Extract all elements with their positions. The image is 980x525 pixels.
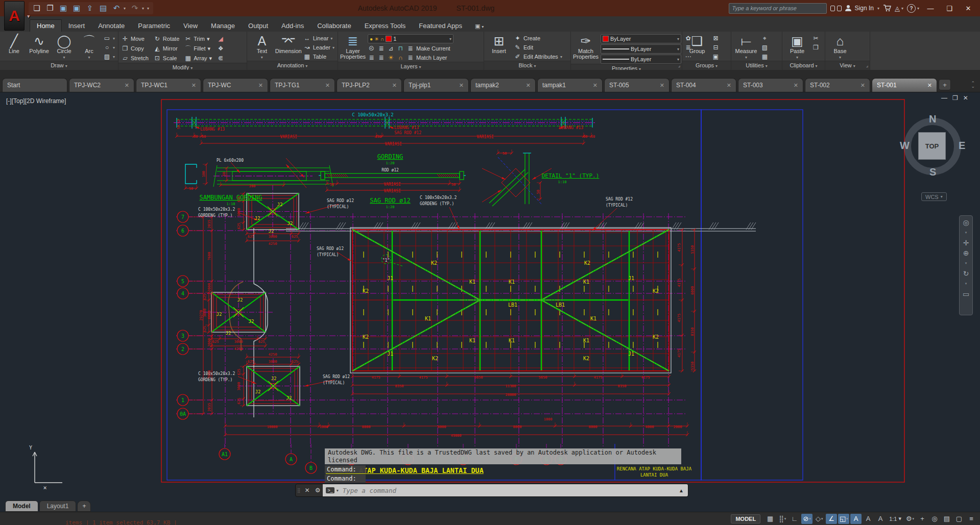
search-input[interactable]: Type a keyword or phrase (729, 3, 827, 14)
ribbon-⌖-button[interactable]: ⌖ (761, 34, 769, 42)
file-tab-close-icon[interactable]: ✕ (459, 82, 464, 89)
ribbon-insert-button[interactable]: ⊞Insert (487, 33, 511, 54)
file-tab-tpj-tg1[interactable]: TPJ-TG1✕ (270, 78, 335, 92)
wcs-dropdown[interactable]: WCS▾ (921, 192, 947, 201)
ribbon-circle-button[interactable]: ◯Circle▾ (53, 33, 75, 60)
file-tab-overflow-icon[interactable]: ⌃⌄ (971, 82, 975, 88)
customization-icon[interactable]: ≡ (966, 514, 977, 524)
ribbon-▭-button[interactable]: ▭▾ (103, 34, 115, 42)
ribbon-▧-button[interactable]: ▧ (761, 43, 769, 52)
ribbon-edit-attributes-button[interactable]: ✐Edit Attributes▾ (514, 53, 562, 61)
ribbon-line-button[interactable]: ╱Line (3, 33, 25, 54)
ribbon-paste-button[interactable]: ▣Paste▾ (785, 33, 809, 60)
ribbon-leader-button[interactable]: ↝Leader▾ (303, 43, 334, 52)
file-tab-tpj-wc2[interactable]: TPJ-WC2✕ (69, 78, 134, 92)
panel-clipboard-label[interactable]: Clipboard ▾ (782, 61, 825, 70)
file-tab-close-icon[interactable]: ✕ (660, 82, 664, 89)
ribbon-stretch-button[interactable]: ▱Stretch (122, 54, 149, 63)
ribbon-text-button[interactable]: AText▾ (250, 33, 274, 60)
file-tab-close-icon[interactable]: ✕ (593, 82, 597, 89)
file-tab-close-icon[interactable]: ✕ (192, 82, 196, 89)
ribbon-table-button[interactable]: ▦Table (303, 53, 334, 61)
viewcube[interactable]: N W E S TOP (901, 115, 964, 178)
ribbon-▦-button[interactable]: ▦ (761, 53, 769, 61)
lineweight-dropdown[interactable]: ByLayer▾ (601, 44, 681, 54)
ribbon-dimension-button[interactable]: ⌤Dimension (277, 33, 300, 54)
file-tab-st-004[interactable]: ST-004✕ (671, 78, 736, 92)
new-layout-button[interactable]: + (77, 501, 91, 512)
sign-in-dropdown-icon[interactable]: ▾ (877, 6, 879, 11)
viewcube-south[interactable]: S (929, 166, 936, 178)
file-tab-tpj-plp2[interactable]: TPJ-PLP2✕ (337, 78, 402, 92)
file-tab-st-001[interactable]: ST-001✕ (872, 78, 937, 92)
ribbon-match-properties-button[interactable]: ✑Match Properties (574, 33, 597, 60)
object-color-dropdown[interactable]: ByLayer▾ (601, 34, 681, 43)
file-tab-close-icon[interactable]: ✕ (927, 82, 932, 89)
ribbon-mirror-button[interactable]: ◭Mirror (154, 44, 179, 53)
file-tab-close-icon[interactable]: ✕ (125, 82, 129, 89)
annotation-visibility-icon[interactable]: A (850, 514, 862, 524)
ribbon-layer-properties-button[interactable]: ≣Layer Properties (341, 33, 365, 60)
file-tab-close-icon[interactable]: ✕ (794, 82, 798, 89)
file-tab-close-icon[interactable]: ✕ (392, 82, 397, 89)
ribbon-group-button[interactable]: ❑Group (685, 33, 709, 54)
ribbon-tab-annotate[interactable]: Annotate (91, 20, 131, 32)
ribbon-tab-add-ins[interactable]: Add-ins (275, 20, 310, 32)
ribbon-create-button[interactable]: ✦Create (514, 34, 562, 42)
drawing-window-controls[interactable]: —❐✕ (941, 94, 973, 102)
file-tab-tampak2[interactable]: tampak2✕ (470, 78, 536, 92)
search-icon[interactable] (830, 6, 842, 11)
annotation-scale-icon[interactable]: A (875, 514, 886, 524)
command-customize-wrench-icon[interactable]: ⚙ (313, 487, 323, 494)
file-tab-st-002[interactable]: ST-002✕ (805, 78, 870, 92)
status-plus-icon[interactable]: + (917, 514, 928, 524)
viewcube-west[interactable]: W (900, 140, 910, 152)
viewcube-north[interactable]: N (929, 113, 936, 125)
panel-view-label[interactable]: View ▾⌟ (825, 61, 870, 70)
isolate-objects-icon[interactable]: ◎ (929, 514, 940, 524)
orbit-icon[interactable]: ↻ (963, 270, 969, 277)
file-tab-close-icon[interactable]: ✕ (526, 82, 531, 89)
ribbon-tab-home[interactable]: Home (30, 19, 62, 32)
ribbon-tab-view[interactable]: View (177, 20, 204, 32)
annotation-autoscale-icon[interactable]: A (863, 514, 874, 524)
ribbon-tab-parametric[interactable]: Parametric (131, 20, 177, 32)
layout-tab-model[interactable]: Model (5, 501, 38, 512)
file-tab-close-icon[interactable]: ✕ (861, 82, 865, 89)
pan-icon[interactable]: ✛ (963, 239, 969, 246)
ribbon-explode-button[interactable]: ❖ (217, 44, 224, 53)
layout-tab-layout1[interactable]: Layout1 (39, 501, 77, 512)
ribbon-○-button[interactable]: ○▾ (103, 43, 115, 52)
annotation-scale-value[interactable]: 1:1▾ (887, 515, 903, 522)
isodraft-icon[interactable]: ◇▾ (814, 514, 825, 524)
ribbon-measure-button[interactable]: ⟝Measure▾ (734, 33, 758, 60)
ribbon-base-button[interactable]: ⌂Base▾ (828, 33, 852, 60)
panel-annotation-label[interactable]: Annotation ▾ (247, 61, 338, 70)
layer-dropdown[interactable]: ●☀∩1▾ (368, 34, 453, 43)
ribbon-offset-button[interactable]: ⋐ (217, 54, 224, 63)
autodesk-360-icon[interactable]: ◬▾ (895, 5, 903, 12)
object-snap-tracking-icon[interactable]: ∠ (826, 514, 837, 524)
sign-in-button[interactable]: Sign In (855, 5, 874, 12)
showmotion-icon[interactable]: ▭ (963, 290, 969, 297)
ribbon-⊟-button[interactable]: ⊟ (712, 43, 720, 52)
ribbon-overflow-button[interactable]: ▣ ▾ (472, 21, 487, 32)
app-menu-button[interactable]: A▾ (4, 1, 25, 31)
ribbon-scale-button[interactable]: ⊡Scale (154, 54, 179, 63)
ribbon-tab-insert[interactable]: Insert (62, 20, 92, 32)
file-tab-close-icon[interactable]: ✕ (325, 82, 330, 89)
file-tab-start[interactable]: Start (2, 78, 67, 92)
ribbon-polyline-button[interactable]: ∿Polyline (28, 33, 50, 54)
command-line[interactable]: ⣿ ✕ ⚙ >_ ▾ Type a command ▲ (295, 484, 688, 497)
ribbon-tab-output[interactable]: Output (242, 20, 275, 32)
viewcube-east[interactable]: E (959, 140, 965, 152)
ribbon-▨-button[interactable]: ▨▾ (103, 53, 115, 61)
ortho-icon[interactable]: ∟ (789, 514, 800, 524)
minimize-button[interactable]: — (923, 2, 938, 14)
ribbon-▣-button[interactable]: ▣ (712, 53, 720, 61)
ribbon-linear-button[interactable]: ↔Linear▾ (303, 34, 334, 42)
panel-utilities-label[interactable]: Utilities ▾ (731, 61, 782, 70)
panel-block-label[interactable]: Block ▾ (484, 61, 570, 70)
ribbon-⊠-button[interactable]: ⊠ (712, 34, 720, 42)
ribbon-tab-manage[interactable]: Manage (204, 20, 242, 32)
